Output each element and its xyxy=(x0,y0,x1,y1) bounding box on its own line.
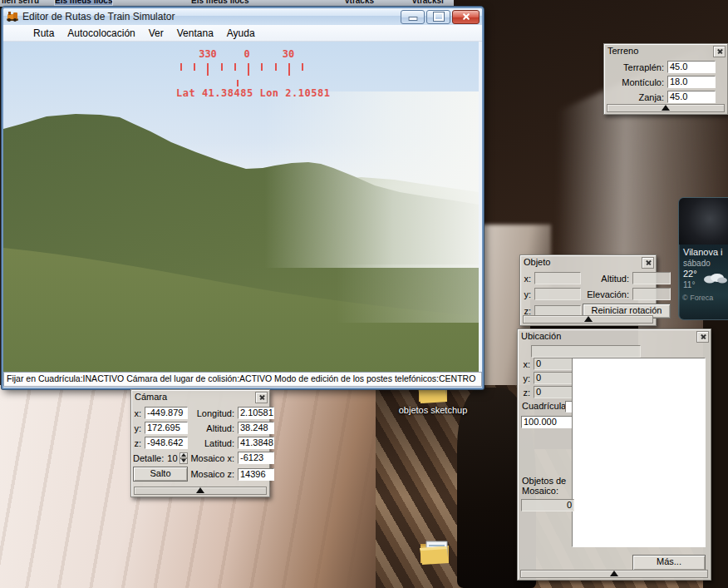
mas-button[interactable]: Más... xyxy=(632,555,706,571)
latlon-readout: Lat 41.38485 Lon 2.10581 xyxy=(176,87,330,99)
objeto-x-field[interactable] xyxy=(534,272,581,284)
palette-objeto-titlebar[interactable]: Objeto xyxy=(520,255,656,269)
objeto-elevacion-label: Elevación: xyxy=(583,289,631,299)
objeto-altitud-label: Altitud: xyxy=(583,274,631,284)
triangle-down-icon xyxy=(181,459,186,462)
cloud-icon xyxy=(702,271,727,287)
ubicacion-x-label: x: xyxy=(522,359,532,369)
menu-ver[interactable]: Ver xyxy=(142,26,170,41)
terrain-3d-viewport[interactable]: 330 0 30 Lat 41.38485 Lon 2.10581 xyxy=(3,42,479,372)
menu-autocolocacion[interactable]: Autocolocación xyxy=(61,26,141,41)
minimize-icon xyxy=(408,17,417,21)
palette-ubicacion: Ubicación x: 0 y: 0 z: 0 Cuadrícula: 100… xyxy=(517,329,711,581)
spinner-down-button[interactable] xyxy=(180,458,188,464)
palette-close-button[interactable] xyxy=(713,46,726,57)
desktop-icon-label-selected[interactable]: Els meus llocs xyxy=(55,0,112,5)
camara-x-label: x: xyxy=(133,408,143,418)
zanja-field[interactable]: 45.0 xyxy=(667,91,716,103)
longitud-field[interactable]: 2.1058113 xyxy=(238,407,274,419)
compass-label-330: 330 xyxy=(199,48,217,60)
detalle-label: Detalle: xyxy=(133,453,165,463)
menu-ayuda[interactable]: Ayuda xyxy=(220,26,262,41)
weather-gadget-image xyxy=(679,198,728,245)
altitud-field[interactable]: 38.248 xyxy=(238,422,274,434)
spinner-up-button[interactable] xyxy=(180,452,188,458)
ubicacion-name-field[interactable] xyxy=(531,345,641,358)
palette-title: Terreno xyxy=(607,46,638,56)
longitud-label: Longitud: xyxy=(189,408,236,418)
mosaico-z-field[interactable]: 14396 xyxy=(238,468,274,481)
palette-collapse-handle[interactable] xyxy=(607,104,725,112)
window-title: Editor de Rutas de Train Simulator xyxy=(22,11,175,22)
palette-terreno: Terreno Terraplén: 45.0 Montículo: 18.0 … xyxy=(603,43,728,115)
compass-tick-major xyxy=(288,63,290,76)
weather-credit: © Foreca xyxy=(679,290,728,302)
close-button[interactable] xyxy=(452,10,480,24)
palette-camara-titlebar[interactable]: Cámara xyxy=(131,390,269,404)
palette-title: Ubicación xyxy=(521,331,561,341)
objeto-elevacion-field[interactable] xyxy=(632,288,671,300)
monticulo-label: Montículo: xyxy=(606,77,666,87)
mosaico-z-label: Mosaico z: xyxy=(189,469,236,479)
desktop-icon-label[interactable]: vtracks xyxy=(345,0,374,5)
palette-objeto: Objeto x: Altitud: y: Elevación: z: Rein… xyxy=(519,254,657,326)
palette-collapse-handle[interactable] xyxy=(134,487,267,495)
palette-collapse-handle[interactable] xyxy=(523,315,653,324)
compass-label-0: 0 xyxy=(243,48,249,60)
ubicacion-y-label: y: xyxy=(522,373,532,383)
camara-y-label: y: xyxy=(133,423,143,433)
objeto-altitud-field[interactable] xyxy=(632,272,671,284)
camara-y-field[interactable]: 172.695 xyxy=(145,422,188,434)
compass-tick xyxy=(234,63,236,71)
palette-title: Objeto xyxy=(524,257,550,267)
grid-size-field[interactable]: 100.000 xyxy=(521,416,573,428)
triangle-up-icon xyxy=(181,453,186,457)
palette-collapse-handle[interactable] xyxy=(520,570,708,578)
camara-x-field[interactable]: -449.879 xyxy=(145,407,188,419)
menu-ruta[interactable]: Ruta xyxy=(27,26,61,41)
menubar: Ruta Autocolocación Ver Ventana Ayuda xyxy=(3,25,482,42)
palette-close-button[interactable] xyxy=(255,392,268,403)
compass-heading-marker xyxy=(237,80,239,86)
latitud-label: Latitud: xyxy=(189,438,236,448)
minimize-button[interactable] xyxy=(401,10,425,24)
salto-button[interactable]: Salto xyxy=(133,467,188,482)
compass-ticks xyxy=(180,63,303,76)
monticulo-field[interactable]: 18.0 xyxy=(667,76,716,88)
app-locomotive-icon xyxy=(6,11,19,22)
desktop-icon-label[interactable]: lien serru xyxy=(2,0,39,5)
ubicacion-z-label: z: xyxy=(522,388,532,398)
detalle-spinner xyxy=(180,452,188,464)
weather-gadget[interactable]: Vilanova i sábado 22° 11° © Foreca xyxy=(678,197,728,320)
compass-tick xyxy=(180,63,182,71)
palette-terreno-titlebar[interactable]: Terreno xyxy=(604,44,727,58)
collapse-triangle-icon xyxy=(196,487,204,493)
latitud-field[interactable]: 41.384853 xyxy=(238,437,274,449)
camara-z-field[interactable]: -948.642 xyxy=(145,437,188,449)
desktop-icon-labels-strip: lien serru Els meus llocs Els meus llocs… xyxy=(0,0,454,7)
palette-ubicacion-titlebar[interactable]: Ubicación xyxy=(518,329,711,343)
palette-close-button[interactable] xyxy=(642,257,654,269)
cuadricula-label: Cuadrícula: xyxy=(522,401,568,411)
compass-tick xyxy=(194,63,195,71)
objeto-y-field[interactable] xyxy=(534,288,581,300)
terraplen-field[interactable]: 45.0 xyxy=(667,61,716,73)
objeto-y-label: y: xyxy=(524,289,533,299)
palette-close-button[interactable] xyxy=(696,331,709,343)
compass-tick xyxy=(302,63,303,71)
mosaico-x-field[interactable]: -6123 xyxy=(238,452,274,464)
camara-z-label: z: xyxy=(133,438,143,448)
desktop-icon-label[interactable]: Els meus llocs xyxy=(191,0,248,5)
compass-tick xyxy=(275,63,277,71)
titlebar[interactable]: Editor de Rutas de Train Simulator xyxy=(3,8,482,25)
compass-tick-major xyxy=(207,63,209,76)
status-bar: Fijar en Cuadrícula:INACTIVO Cámara del … xyxy=(3,372,482,387)
desktop-icon-label[interactable]: vtracksl xyxy=(412,0,444,5)
menu-ventana[interactable]: Ventana xyxy=(170,26,220,41)
weather-day: sábado xyxy=(679,257,728,268)
desktop-folder-bottom[interactable] xyxy=(397,537,472,566)
objetos-mosaico-count: 0 xyxy=(521,499,574,511)
ubicacion-listbox[interactable] xyxy=(572,358,706,547)
zanja-label: Zanja: xyxy=(606,92,666,102)
maximize-button[interactable] xyxy=(426,10,450,24)
